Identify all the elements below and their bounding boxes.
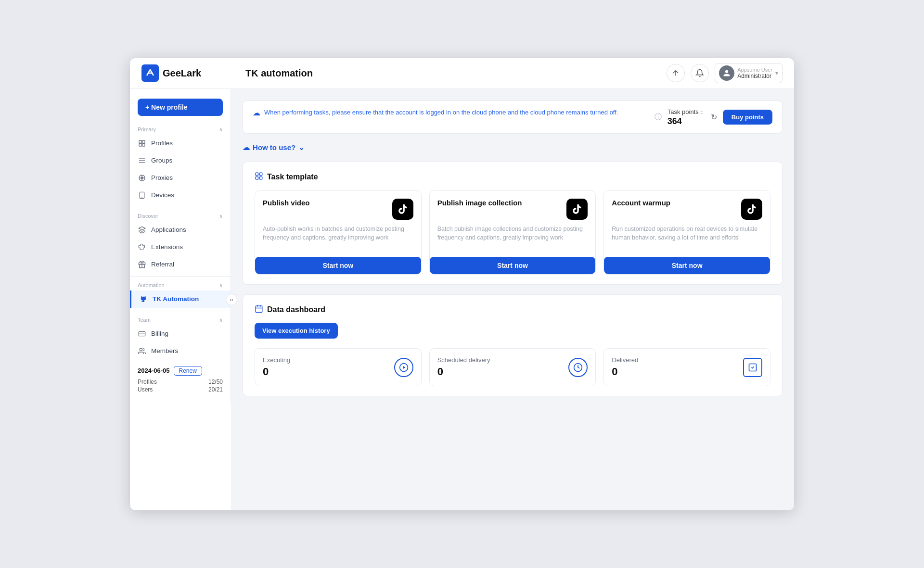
extensions-icon — [138, 243, 146, 252]
how-to-use-toggle[interactable]: ☁ How to use? ⌄ — [243, 143, 783, 152]
cloud-icon: ☁ — [253, 108, 260, 117]
user-menu[interactable]: Appsumo User Administrator ▾ — [715, 63, 783, 83]
user-info: Appsumo User Administrator — [737, 67, 772, 79]
start-now-button-publish-image[interactable]: Start now — [430, 257, 596, 274]
start-now-button-publish-video[interactable]: Start now — [255, 257, 421, 274]
sidebar-item-groups[interactable]: Groups — [130, 152, 231, 169]
stats-row: Executing 0 Scheduled delivery — [255, 348, 770, 386]
collapse-primary-icon[interactable]: ∧ — [219, 126, 223, 133]
billing-icon — [138, 329, 146, 338]
stat-delivered-info: Delivered 0 — [612, 356, 638, 378]
buy-points-button[interactable]: Buy points — [723, 110, 772, 125]
footer-date: 2024-06-05 — [138, 367, 170, 374]
sidebar-footer: 2024-06-05 Renew Profiles 12/50 Users 20… — [130, 360, 231, 399]
sidebar-item-billing[interactable]: Billing — [130, 325, 231, 342]
task-card-publish-image-body: Publish image collection Batch publish i… — [430, 191, 596, 257]
clock-icon — [568, 358, 588, 377]
tiktok-icon-account-warmup — [741, 199, 762, 220]
stat-delivered-value: 0 — [612, 366, 638, 378]
sidebar-item-applications[interactable]: Applications — [130, 221, 231, 239]
check-square-icon — [743, 358, 762, 377]
stat-card-delivered: Delivered 0 — [603, 348, 770, 386]
tiktok-icon-publish-image — [566, 199, 588, 220]
task-card-publish-image-title: Publish image collection — [437, 199, 522, 207]
data-dashboard-header: Data dashboard — [255, 304, 770, 315]
task-card-account-warmup-body: Account warmup Run customized operations… — [604, 191, 770, 257]
groups-icon — [138, 156, 146, 165]
view-history-button[interactable]: View execution history — [255, 323, 338, 339]
section-label-discover: Discover — [138, 213, 158, 219]
svg-rect-2 — [139, 143, 141, 146]
svg-marker-25 — [403, 366, 405, 369]
start-now-button-account-warmup[interactable]: Start now — [604, 257, 770, 274]
header-actions: Appsumo User Administrator ▾ — [667, 63, 783, 83]
section-label-automation: Automation — [138, 282, 165, 288]
sidebar: + New profile Primary ∧ Profiles — [130, 89, 231, 404]
task-card-publish-image: Publish image collection Batch publish i… — [429, 190, 596, 275]
main-content: ☁ When performing tasks, please ensure t… — [231, 89, 794, 510]
sidebar-item-profiles[interactable]: Profiles — [130, 135, 231, 152]
svg-rect-20 — [256, 306, 262, 313]
footer-profiles-label: Profiles — [138, 379, 157, 385]
task-card-publish-video-title: Publish video — [263, 199, 310, 207]
task-points-label: Task points： — [667, 108, 705, 116]
refresh-icon[interactable]: ↻ — [711, 113, 717, 122]
collapse-automation-icon[interactable]: ∧ — [219, 282, 223, 289]
play-circle-icon — [394, 358, 413, 377]
task-template-title: Task template — [267, 173, 318, 181]
sidebar-label-tk-automation: TK Automation — [153, 295, 199, 303]
upload-icon-button[interactable] — [667, 64, 685, 82]
collapse-team-icon[interactable]: ∧ — [219, 317, 223, 323]
user-role: Administrator — [737, 73, 772, 79]
task-card-account-warmup-title: Account warmup — [612, 199, 670, 207]
sidebar-collapse-button[interactable]: ‹‹ — [226, 294, 237, 305]
svg-rect-18 — [256, 177, 258, 179]
sidebar-divider-2 — [130, 276, 231, 277]
footer-users-label: Users — [138, 386, 153, 393]
sidebar-item-members[interactable]: Members — [130, 342, 231, 360]
sidebar-divider-1 — [130, 207, 231, 207]
body: + New profile Primary ∧ Profiles — [130, 89, 794, 510]
app-window: GeeLark TK automation — [130, 58, 794, 510]
sidebar-item-tk-automation[interactable]: TK Automation — [130, 290, 231, 308]
sidebar-wrapper: + New profile Primary ∧ Profiles — [130, 89, 231, 510]
avatar — [719, 65, 734, 81]
task-template-section: Task template Publish video — [243, 162, 783, 285]
task-card-publish-video: Publish video Auto-publish works in batc… — [255, 190, 422, 275]
svg-rect-16 — [256, 173, 258, 175]
sidebar-item-devices[interactable]: Devices — [130, 187, 231, 204]
data-dashboard-title: Data dashboard — [267, 305, 325, 314]
collapse-discover-icon[interactable]: ∧ — [219, 213, 223, 219]
task-points-value: 364 — [667, 116, 705, 126]
svg-point-15 — [140, 348, 142, 351]
task-card-publish-video-body: Publish video Auto-publish works in batc… — [255, 191, 421, 257]
svg-rect-13 — [139, 331, 145, 336]
sidebar-item-referral[interactable]: Referral — [130, 256, 231, 273]
sidebar-label-devices: Devices — [151, 191, 174, 199]
new-profile-button[interactable]: + New profile — [138, 99, 223, 116]
calendar-icon — [255, 304, 263, 315]
task-card-account-warmup-header: Account warmup — [612, 199, 762, 220]
stat-executing-value: 0 — [263, 366, 290, 378]
task-template-header: Task template — [255, 172, 770, 183]
stat-scheduled-value: 0 — [437, 366, 490, 378]
profiles-icon — [138, 139, 146, 148]
task-card-publish-video-header: Publish video — [263, 199, 413, 220]
page-title: TK automation — [238, 68, 667, 79]
sidebar-item-proxies[interactable]: Proxies — [130, 169, 231, 187]
footer-profiles-row: Profiles 12/50 — [138, 379, 223, 385]
chevron-down-how-icon: ⌄ — [298, 143, 305, 152]
sidebar-item-extensions[interactable]: Extensions — [130, 239, 231, 256]
bell-icon-button[interactable] — [691, 64, 709, 82]
task-card-account-warmup-desc: Run customized operations on real device… — [612, 225, 762, 243]
members-icon — [138, 347, 146, 355]
tk-automation-icon — [139, 295, 148, 303]
task-card-account-warmup: Account warmup Run customized operations… — [603, 190, 770, 275]
svg-rect-19 — [260, 177, 262, 179]
sidebar-label-members: Members — [151, 347, 178, 354]
sidebar-section-team: Team ∧ — [130, 314, 231, 325]
renew-button[interactable]: Renew — [174, 366, 202, 376]
stat-scheduled-info: Scheduled delivery 0 — [437, 356, 490, 378]
tiktok-icon-publish-video — [392, 199, 413, 220]
info-icon[interactable]: ⓘ — [654, 113, 662, 122]
